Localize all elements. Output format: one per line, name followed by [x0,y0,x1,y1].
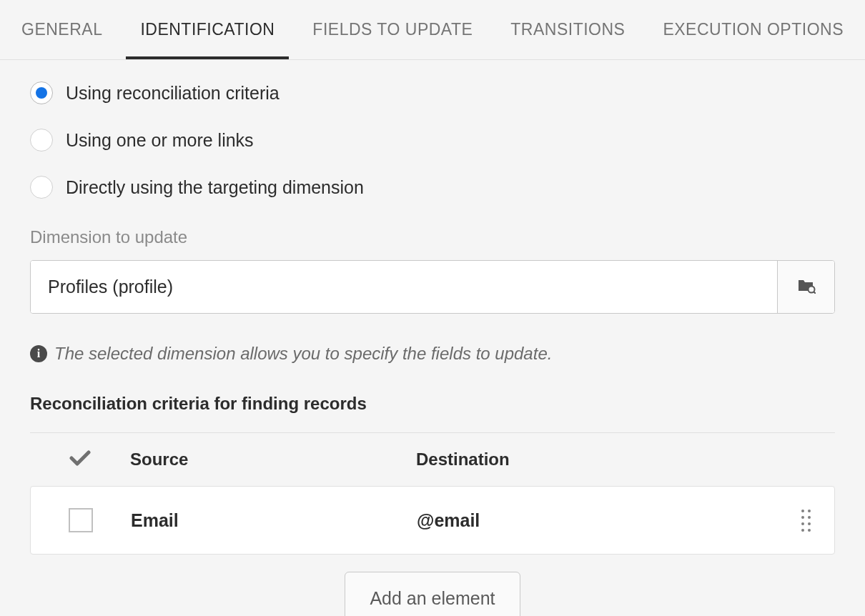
radio-reconciliation-criteria[interactable]: Using reconciliation criteria [30,81,835,104]
table-header: Source Destination [30,433,835,486]
table-row[interactable]: Email @email [30,486,835,555]
info-text: The selected dimension allows you to spe… [54,344,552,364]
add-element-button[interactable]: Add an element [345,572,520,616]
dimension-label: Dimension to update [30,227,835,247]
header-check [30,447,130,472]
tab-transitions[interactable]: TRANSITIONS [496,0,639,59]
tab-execution-options[interactable]: EXECUTION OPTIONS [648,0,858,59]
tab-general[interactable]: GENERAL [7,0,117,59]
radio-label: Using one or more links [66,130,254,151]
tab-fields-to-update[interactable]: FIELDS TO UPDATE [298,0,487,59]
browse-icon [797,278,816,297]
dimension-input[interactable] [31,261,777,313]
criteria-table: Source Destination Email @email [30,432,835,555]
radio-dot-icon [36,87,47,99]
drag-handle-icon[interactable] [801,510,811,532]
tabs-bar: GENERAL IDENTIFICATION FIELDS TO UPDATE … [0,0,865,60]
radio-indicator [30,129,53,151]
radio-targeting-dimension[interactable]: Directly using the targeting dimension [30,176,835,199]
row-check-cell [31,508,131,532]
tab-identification[interactable]: IDENTIFICATION [126,0,289,59]
add-button-row: Add an element [30,572,835,616]
svg-line-1 [814,292,816,294]
info-icon: i [30,345,47,362]
reconciliation-heading: Reconciliation criteria for finding reco… [30,394,835,414]
row-checkbox[interactable] [69,508,93,532]
radio-label: Directly using the targeting dimension [66,177,364,198]
row-source-cell: Email [131,510,417,531]
radio-label: Using reconciliation criteria [66,83,280,104]
dimension-select [30,260,835,314]
radio-indicator [30,176,53,199]
radio-indicator [30,81,53,104]
header-destination: Destination [416,449,778,470]
radio-using-links[interactable]: Using one or more links [30,129,835,151]
info-row: i The selected dimension allows you to s… [30,344,835,364]
row-handle-cell [777,510,834,532]
dimension-browse-button[interactable] [777,261,834,313]
header-source: Source [130,449,416,470]
check-icon [69,447,91,472]
panel-content: Using reconciliation criteria Using one … [0,60,865,616]
identification-mode-radios: Using reconciliation criteria Using one … [30,81,835,199]
row-destination-cell: @email [417,510,777,531]
